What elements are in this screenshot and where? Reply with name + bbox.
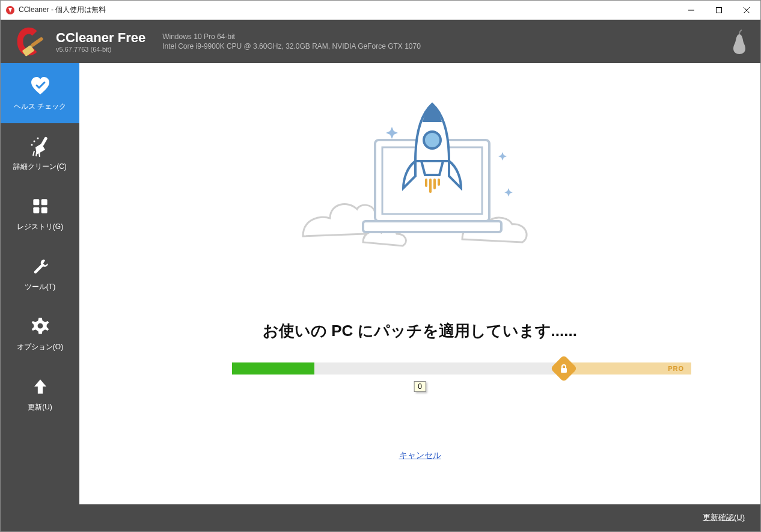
svg-point-5 <box>33 140 35 142</box>
maximize-button[interactable] <box>705 1 733 19</box>
system-os: Windows 10 Pro 64-bit <box>162 32 421 41</box>
sidebar-item-label: レジストリ(G) <box>17 222 63 232</box>
status-heading: お使いの PC にパッチを適用しています...... <box>79 320 760 341</box>
svg-point-12 <box>37 323 43 328</box>
svg-point-6 <box>37 137 38 139</box>
progress-tooltip: 0 <box>414 381 426 392</box>
svg-point-16 <box>424 132 441 148</box>
gear-icon <box>29 316 51 337</box>
progress-pro-segment[interactable]: PRO <box>563 362 691 375</box>
main-content: お使いの PC にパッチを適用しています...... PRO 0 キャンセル 更… <box>79 63 760 531</box>
app-icon <box>5 5 15 15</box>
sidebar-item-label: ヘルス チェック <box>14 102 66 112</box>
svg-rect-11 <box>41 207 47 213</box>
footer-bar <box>79 504 760 531</box>
lock-icon <box>551 355 578 382</box>
cancel-link[interactable]: キャンセル <box>399 450 441 461</box>
svg-point-7 <box>31 144 32 145</box>
rocket-illustration-icon <box>291 98 549 248</box>
sidebar-item-label: ツール(T) <box>25 282 55 292</box>
sidebar-item-options[interactable]: オプション(O) <box>1 304 79 364</box>
svg-rect-8 <box>33 199 39 205</box>
system-info: Windows 10 Pro 64-bit Intel Core i9-9900… <box>162 32 421 51</box>
system-hardware: Intel Core i9-9900K CPU @ 3.60GHz, 32.0G… <box>162 41 421 51</box>
sidebar-item-registry[interactable]: レジストリ(G) <box>1 183 79 243</box>
window-titlebar: CCleaner - 個人使用は無料 <box>1 1 760 20</box>
product-name: CCleaner Free <box>56 30 145 46</box>
pear-icon[interactable] <box>729 28 750 55</box>
check-updates-link[interactable]: 更新確認(U) <box>703 512 745 523</box>
ccleaner-logo-icon <box>11 24 46 59</box>
sidebar-item-label: 詳細クリーン(C) <box>13 162 67 172</box>
svg-rect-15 <box>363 221 501 232</box>
product-version: v5.67.7763 (64-bit) <box>56 46 145 53</box>
close-button[interactable] <box>733 1 760 19</box>
grid-icon <box>29 195 51 217</box>
app-header: CCleaner Free v5.67.7763 (64-bit) Window… <box>1 20 760 63</box>
svg-rect-21 <box>561 368 567 373</box>
progress-fill <box>232 362 314 375</box>
heart-check-icon <box>29 75 51 97</box>
sidebar-item-label: オプション(O) <box>17 342 63 352</box>
minimize-button[interactable] <box>677 1 705 19</box>
svg-rect-1 <box>717 7 722 13</box>
sidebar-item-update[interactable]: 更新(U) <box>1 364 79 424</box>
svg-rect-2 <box>30 37 43 47</box>
sidebar-item-label: 更新(U) <box>28 402 52 412</box>
sidebar: ヘルス チェック 詳細クリーン(C) レジストリ(G) ツール(T) オプション… <box>1 63 79 531</box>
wrench-icon <box>29 255 51 277</box>
sidebar-item-health-check[interactable]: ヘルス チェック <box>1 63 79 123</box>
sidebar-item-custom-clean[interactable]: 詳細クリーン(C) <box>1 123 79 183</box>
brush-icon <box>29 135 51 157</box>
arrow-up-icon <box>29 376 51 397</box>
window-title: CCleaner - 個人使用は無料 <box>19 5 677 15</box>
progress-bar: PRO <box>232 362 688 375</box>
sidebar-item-tools[interactable]: ツール(T) <box>1 243 79 304</box>
svg-rect-9 <box>41 199 47 205</box>
pro-label: PRO <box>668 365 684 372</box>
svg-rect-10 <box>33 207 39 213</box>
